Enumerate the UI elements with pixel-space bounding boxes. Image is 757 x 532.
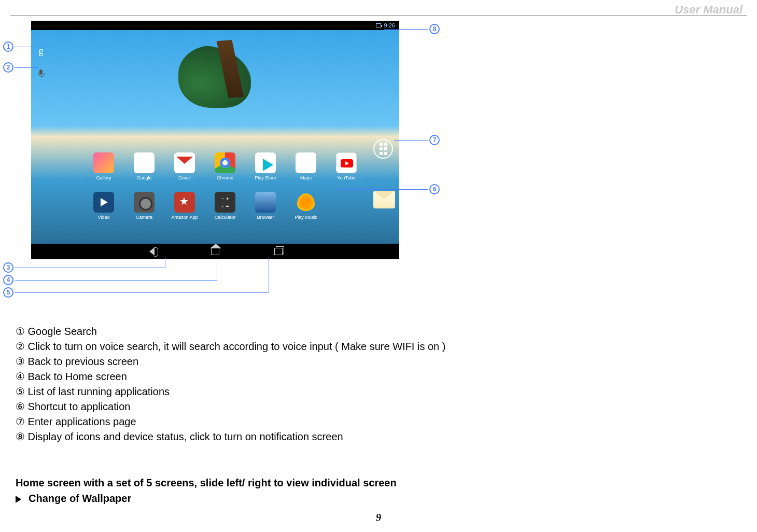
legend-item-8: ⑧ Display of icons and device status, cl… [16,429,445,444]
mail-widget-icon[interactable] [373,191,395,208]
callout-badge-8: 8 [429,24,440,34]
app-label: Google [136,175,151,180]
legend-text: Display of icons and device status, clic… [28,431,343,442]
callout-line-4v [217,257,217,280]
nav-recent-button[interactable] [273,246,284,257]
search-widget: g [35,46,51,78]
app-amazon[interactable]: Amazon App [166,184,203,220]
legend-text: Click to turn on voice search, it will s… [28,341,446,352]
app-gallery[interactable]: Gallery [86,144,122,180]
browser-icon [255,192,276,213]
legend-item-3: ③ Back to previous screen [16,354,445,369]
maps-icon: g [296,152,316,173]
app-calculator[interactable]: Calculator [207,184,243,220]
callout-line-5v [269,257,269,292]
nav-bar [31,244,399,259]
app-google[interactable]: gGoogle [126,144,162,180]
callout-badge-5: 5 [3,287,13,298]
callout-line-5 [15,292,269,293]
gallery-icon [93,152,114,173]
callout-line-4 [15,280,217,281]
app-label: Calculator [215,215,236,220]
chrome-icon [215,152,235,173]
app-label: Maps [300,175,312,180]
legend-list: ① Google Search ② Click to turn on voice… [16,324,445,444]
legend-num: ③ [16,356,25,367]
legend-text: List of last running applications [28,386,170,397]
legend-item-2: ② Click to turn on voice search, it will… [16,339,445,354]
app-camera[interactable]: Camera [126,184,162,220]
callout-line-2 [15,67,38,68]
gmail-icon [174,152,195,173]
legend-text: Enter applications page [28,416,136,427]
callout-line-3 [15,268,165,268]
callout-line-8 [384,29,428,30]
bullet-item: Change of Wallpaper [16,493,131,505]
callout-badge-1: 1 [3,41,13,52]
apps-drawer-icon[interactable] [373,139,393,159]
video-icon [93,192,114,213]
callout-badge-2: 2 [3,62,13,73]
sub-heading: Home screen with a set of 5 screens, sli… [16,477,397,489]
legend-text: Back to Home screen [28,371,127,382]
app-label: Camera [136,215,152,220]
legend-num: ⑧ [16,431,25,442]
callout-line-7 [394,140,428,141]
app-label: Gallery [96,175,111,180]
legend-num: ⑦ [16,416,25,427]
app-playmusic[interactable]: Play Music [288,184,324,220]
callout-line-6 [337,189,428,190]
app-youtube[interactable]: YouTube [328,144,365,180]
app-maps[interactable]: gMaps [288,144,324,180]
app-label: Play Store [255,175,276,180]
legend-num: ① [16,326,25,337]
callout-badge-3: 3 [3,262,13,273]
app-label: Video [98,215,110,220]
status-time: 9:26 [384,22,395,29]
app-shortcut-grid: Gallery gGoogle Gmail Chrome Play Store … [86,144,365,220]
legend-item-7: ⑦ Enter applications page [16,414,445,429]
bullet-text: Change of Wallpaper [29,493,131,504]
wallpaper: g Gallery gGoogle Gmail Chrome Play Stor… [31,30,399,244]
page-number: 9 [376,512,381,524]
youtube-icon [336,152,357,173]
status-bar: 9:26 [31,21,399,30]
playmusic-icon [296,192,316,213]
google-icon: g [134,152,155,173]
legend-item-6: ⑥ Shortcut to application [16,399,445,414]
google-search-icon[interactable]: g [35,46,47,57]
legend-num: ⑤ [16,386,25,397]
app-gmail[interactable]: Gmail [166,144,203,180]
app-playstore[interactable]: Play Store [247,144,284,180]
camera-icon [134,192,155,213]
callout-line-1 [15,47,38,47]
header-rule [10,16,747,16]
legend-item-5: ⑤ List of last running applications [16,384,445,399]
figure-area: 9:26 g Gallery gGoogle Gmail Chrome Play… [0,21,467,303]
app-label: YouTube [337,175,355,180]
calculator-icon [215,192,235,213]
legend-text: Shortcut to application [28,401,131,412]
legend-item-1: ① Google Search [16,324,445,339]
app-chrome[interactable]: Chrome [207,144,243,180]
legend-num: ⑥ [16,401,25,412]
callout-badge-7: 7 [429,135,440,145]
nav-home-button[interactable] [209,246,221,257]
legend-text: Back to previous screen [28,356,138,367]
app-browser[interactable]: Browser [247,184,284,220]
right-widgets [373,139,395,208]
callout-line-3v [165,257,165,268]
app-label: Browser [257,215,274,220]
legend-num: ② [16,341,25,352]
legend-item-4: ④ Back to Home screen [16,369,445,384]
legend-num: ④ [16,371,25,382]
playstore-icon [255,152,276,173]
app-label: Amazon App [171,215,198,220]
legend-text: Google Search [28,326,97,337]
bullet-triangle-icon [16,496,21,503]
app-video[interactable]: Video [86,184,122,220]
header-label: User Manual [675,3,742,17]
voice-search-icon[interactable] [35,66,47,78]
nav-back-button[interactable] [146,246,158,257]
app-label: Play Music [295,215,317,220]
